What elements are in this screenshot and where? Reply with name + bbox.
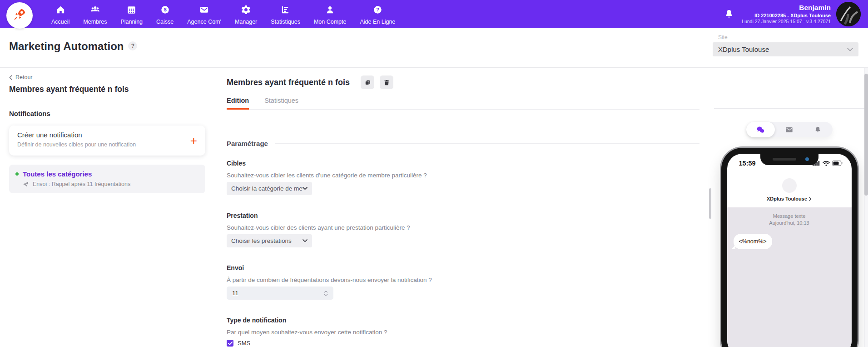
frequentations-number-input[interactable]: 11	[227, 287, 333, 300]
envoi-title: Envoi	[227, 264, 709, 272]
send-icon	[23, 181, 29, 187]
help-badge[interactable]: ?	[128, 41, 137, 50]
frequentations-value: 11	[232, 290, 238, 297]
sms-label: SMS	[238, 340, 250, 347]
battery-icon	[832, 161, 843, 166]
phone-mockup: 15:59	[721, 148, 858, 347]
page-scrollbar-track[interactable]	[864, 68, 868, 347]
user-avatar[interactable]	[836, 2, 861, 26]
cibles-question: Souhaitez-vous cibler les clients d'une …	[227, 172, 709, 179]
prestation-block: Prestation Souhaitez-vous cibler des cli…	[227, 212, 709, 247]
parametrage-section-header: Paramétrage	[227, 140, 699, 147]
home-icon	[55, 5, 66, 17]
notifications-bell-icon[interactable]	[724, 9, 734, 20]
prestations-select[interactable]: Choisir les prestations	[227, 234, 312, 247]
tab-statistiques[interactable]: Statistiques	[264, 97, 298, 109]
chevron-left-icon	[9, 75, 12, 80]
nav-item-membres[interactable]: Membres	[76, 0, 114, 28]
members-icon	[90, 5, 100, 17]
phone-screen: 15:59	[727, 154, 852, 347]
tab-edition[interactable]: Edition	[227, 97, 249, 110]
main-title: Membres ayant fréquenté n fois	[227, 78, 350, 87]
preview-channel-tabs	[746, 122, 833, 137]
nav-label: Caisse	[156, 19, 174, 25]
phone-speaker	[773, 158, 796, 161]
preview-tab-mail[interactable]	[775, 122, 804, 137]
wifi-icon	[823, 161, 830, 166]
message-timestamp: Aujourd'hui, 10:13	[727, 220, 852, 226]
status-bullet	[15, 172, 19, 176]
add-notification-button[interactable]: +	[190, 135, 197, 146]
type-notification-question: Par quel moyen souhaitez-vous envoyer ce…	[227, 329, 709, 336]
site-selector: Site XDplus Toulouse	[713, 34, 858, 56]
nav-item-agence-com[interactable]: Agence Com'	[180, 0, 228, 28]
envelope-icon	[785, 126, 794, 134]
delete-button[interactable]	[380, 75, 393, 89]
check-icon	[228, 342, 233, 345]
nav-item-mon-compte[interactable]: Mon Compte	[307, 0, 353, 28]
messages-area: Message texte Aujourd'hui, 10:13 <%nom%>	[727, 207, 852, 347]
sms-checkbox[interactable]	[227, 340, 233, 347]
main-tabs: Edition Statistiques	[227, 97, 699, 110]
create-notification-subtitle: Définir de nouvelles cibles pour une not…	[17, 141, 197, 148]
envelope-icon	[199, 5, 209, 17]
chevron-down-icon	[303, 187, 308, 190]
chevron-down-icon	[847, 48, 853, 51]
nav-item-caisse[interactable]: $ Caisse	[149, 0, 180, 28]
nav-item-planning[interactable]: Planning	[114, 0, 149, 28]
preview-tab-push[interactable]	[804, 122, 832, 137]
main-menu: Accueil Membres	[45, 0, 402, 28]
nav-right-cluster: Benjamin ID 221002285 - XDplus Toulouse …	[724, 2, 868, 26]
main-title-row: Membres ayant fréquenté n fois	[227, 75, 709, 89]
nav-item-accueil[interactable]: Accueil	[45, 0, 76, 28]
notification-item-detail: Envoi : Rappel après 11 fréquentations	[33, 181, 130, 187]
type-notification-title: Type de notification	[227, 317, 709, 324]
trash-icon	[383, 79, 390, 86]
preview-divider	[714, 108, 864, 109]
nav-label: Planning	[120, 19, 143, 25]
category-select[interactable]: Choisir la catégorie de me	[227, 182, 312, 195]
page-header: Marketing Automation ? Site XDplus Toulo…	[0, 28, 868, 68]
preview-tab-sms[interactable]	[746, 122, 775, 137]
duplicate-button[interactable]	[361, 75, 374, 89]
svg-text:$: $	[164, 7, 166, 12]
site-selector-label: Site	[718, 34, 858, 40]
page-title: Marketing Automation	[9, 40, 124, 53]
nav-item-manager[interactable]: Manager	[228, 0, 264, 28]
sms-option-row: SMS	[227, 340, 709, 347]
message-bubble: <%nom%>	[734, 234, 772, 249]
app-logo[interactable]	[6, 2, 33, 29]
app-screen: Accueil Membres	[0, 0, 868, 347]
help-icon: ?	[372, 5, 383, 17]
user-meta: Benjamin ID 221002285 - XDplus Toulouse …	[742, 3, 831, 25]
nav-item-statistiques[interactable]: Statistiques	[264, 0, 307, 28]
page-scrollbar-thumb[interactable]	[864, 74, 868, 196]
number-stepper[interactable]	[324, 291, 328, 296]
nav-label: Manager	[235, 19, 257, 25]
user-name: Benjamin	[742, 3, 831, 12]
chevron-down-icon	[324, 294, 328, 296]
main-scrollbar-thumb[interactable]	[709, 188, 711, 219]
back-link[interactable]: Retour	[9, 74, 205, 80]
chevron-right-icon	[809, 197, 812, 201]
gear-icon	[241, 5, 251, 17]
copy-icon	[364, 79, 371, 86]
create-notification-card[interactable]: Créer une notification Définir de nouvel…	[9, 126, 205, 156]
nav-label: Membres	[83, 19, 107, 25]
chart-bars-icon	[280, 5, 291, 17]
nav-label: Statistiques	[271, 19, 300, 25]
page-title-row: Marketing Automation ?	[9, 40, 137, 53]
nav-item-aide-en-ligne[interactable]: ? Aide En Ligne	[353, 0, 402, 28]
chat-bubbles-icon	[756, 125, 765, 135]
prestations-select-value: Choisir les prestations	[231, 237, 292, 244]
main-panel: Membres ayant fréquenté n fois Edition S…	[216, 68, 709, 347]
prestation-title: Prestation	[227, 212, 709, 219]
bell-icon	[813, 126, 822, 134]
prestation-question: Souhaitez-vous cibler des clients ayant …	[227, 224, 709, 231]
parametrage-label: Paramétrage	[227, 140, 268, 147]
site-select[interactable]: XDplus Toulouse	[713, 42, 858, 56]
page-body: Retour Membres ayant fréquenté n fois No…	[0, 68, 868, 347]
cibles-title: Cibles	[227, 160, 709, 167]
user-id: ID 221002285 - XDplus Toulouse	[742, 12, 831, 19]
notification-list-item[interactable]: Toutes les catégories Envoi : Rappel apr…	[9, 165, 205, 193]
